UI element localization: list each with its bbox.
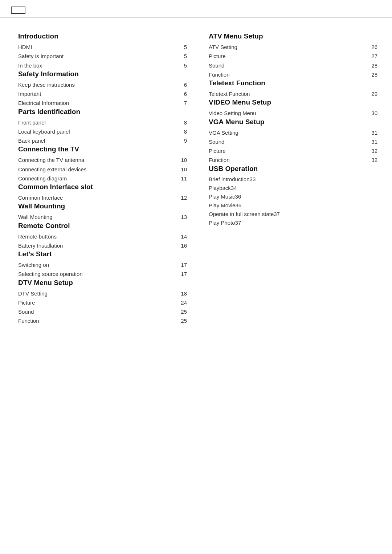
toc-item-page: 28 [367,70,377,79]
toc-item-page: 7 [177,99,187,107]
toc-item-label: Front panel [18,118,177,127]
toc-section: Safety InformationKeep these instruction… [18,70,187,108]
toc-item: Electrical Information7 [18,98,187,107]
toc-item-page: 5 [177,52,187,60]
toc-item: Remote buttons14 [18,232,187,241]
toc-item-label: Wall Mounting [18,213,177,221]
toc-item: Front panel8 [18,118,187,127]
toc-item-label: Teletext Function [209,90,367,98]
toc-section: VIDEO Menu SetupVideo Setting Menu30 [209,98,377,118]
section-heading: Safety Information [18,70,187,78]
page-header [0,0,392,18]
toc-item: Function32 [209,155,377,164]
toc-section: Parts IdentificationFront panel8Local ke… [18,108,187,146]
toc-item: Operate in full screen state37 [209,210,377,219]
toc-item-label: Sound [18,307,177,316]
toc-item: Picture24 [18,298,187,307]
toc-content: IntroductionHDMI5Safety is Important5In … [0,18,392,340]
section-heading: Introduction [18,32,187,40]
toc-item: Video Setting Menu30 [209,109,377,118]
toc-item: Local keyboard panel8 [18,127,187,136]
toc-item: Function28 [209,70,377,79]
toc-item-label: Video Setting Menu [209,109,367,117]
section-heading: VIDEO Menu Setup [209,98,377,106]
toc-item-label: Picture [18,298,177,307]
toc-item-label: Connecting external devices [18,165,177,174]
toc-item-label: HDMI [18,43,177,51]
toc-item-page: 26 [367,43,377,51]
toc-section: VGA Menu SetupVGA Setting31Sound31Pictur… [209,118,377,165]
toc-item-label: Function [209,70,367,79]
toc-item: Picture27 [209,52,377,61]
toc-item-page: 25 [177,307,187,316]
toc-item-label: Connecting the TV antenna [18,156,177,164]
toc-item: VGA Setting31 [209,128,377,137]
toc-item: DTV Setting18 [18,289,187,298]
toc-item-page: 30 [367,109,377,117]
toc-item-page: 27 [367,52,377,60]
toc-item: Battery Installation16 [18,241,187,250]
toc-item-label: Selecting source operation [18,270,177,278]
toc-item-label: Sound [209,61,367,70]
toc-section: Remote ControlRemote buttons14Battery In… [18,222,187,250]
toc-item-label: Function [18,317,177,325]
toc-item: Play Photo37 [209,219,377,227]
toc-item-page: 10 [177,156,187,164]
toc-section: Common Interface slotCommon Interface12 [18,183,187,202]
toc-item-page: 10 [177,165,187,174]
toc-item: Connecting diagram11 [18,174,187,183]
toc-item: Sound28 [209,61,377,70]
toc-item: Teletext Function29 [209,89,377,98]
section-heading: Connecting the TV [18,145,187,153]
toc-item-page: 16 [177,241,187,250]
toc-left-column: IntroductionHDMI5Safety is Important5In … [18,32,201,326]
toc-item: Play Movie36 [209,201,377,210]
section-heading: Teletext Function [209,79,377,87]
toc-item: Back panel9 [18,136,187,145]
toc-item-page: 6 [177,90,187,98]
toc-item: Safety is Important5 [18,52,187,61]
toc-item: In the box5 [18,61,187,70]
toc-item-label: Common Interface [18,194,177,202]
section-heading: USB Operation [209,165,377,173]
toc-item-page: 25 [177,317,187,325]
toc-item-label: Keep these instructions [18,81,177,89]
toc-item-label: Electrical Information [18,99,177,107]
toc-right-column: ATV Menu SetupATV Setting26Picture27Soun… [201,32,377,326]
toc-item-label: DTV Setting [18,289,177,298]
toc-item-label: Picture [209,52,367,60]
toc-item-page: 31 [367,138,377,146]
toc-item-label: Important [18,90,177,98]
toc-item: Keep these instructions6 [18,80,187,89]
toc-item-page: 17 [177,261,187,269]
toc-item: ATV Setting26 [209,42,377,52]
toc-item: Function25 [18,316,187,325]
toc-item-page: 9 [177,137,187,145]
toc-item-page: 11 [177,174,187,183]
section-heading: VGA Menu Setup [209,118,377,126]
logo-box [11,7,25,14]
toc-item: Playback34 [209,184,377,192]
toc-item-label: Battery Installation [18,241,177,250]
toc-item-page: 6 [177,81,187,89]
toc-item-page: 12 [177,194,187,202]
section-heading: ATV Menu Setup [209,32,377,40]
toc-section: DTV Menu SetupDTV Setting18Picture24Soun… [18,279,187,326]
toc-item-page: 29 [367,90,377,98]
toc-section: USB OperationBrief introduction33Playbac… [209,165,377,227]
toc-item: Switching on17 [18,260,187,269]
toc-item-label: Sound [209,138,367,146]
toc-item-label: ATV Setting [209,43,367,51]
section-heading: DTV Menu Setup [18,279,187,287]
toc-item: Connecting external devices10 [18,165,187,174]
toc-item-label: Local keyboard panel [18,127,177,136]
toc-section: IntroductionHDMI5Safety is Important5In … [18,32,187,70]
toc-item: Picture32 [209,146,377,155]
toc-item: Common Interface12 [18,193,187,202]
toc-item: Sound31 [209,137,377,146]
toc-item-page: 32 [367,156,377,164]
toc-item-page: 31 [367,129,377,137]
toc-section: Connecting the TVConnecting the TV anten… [18,145,187,183]
toc-item-page: 5 [177,43,187,51]
section-heading: Remote Control [18,222,187,230]
